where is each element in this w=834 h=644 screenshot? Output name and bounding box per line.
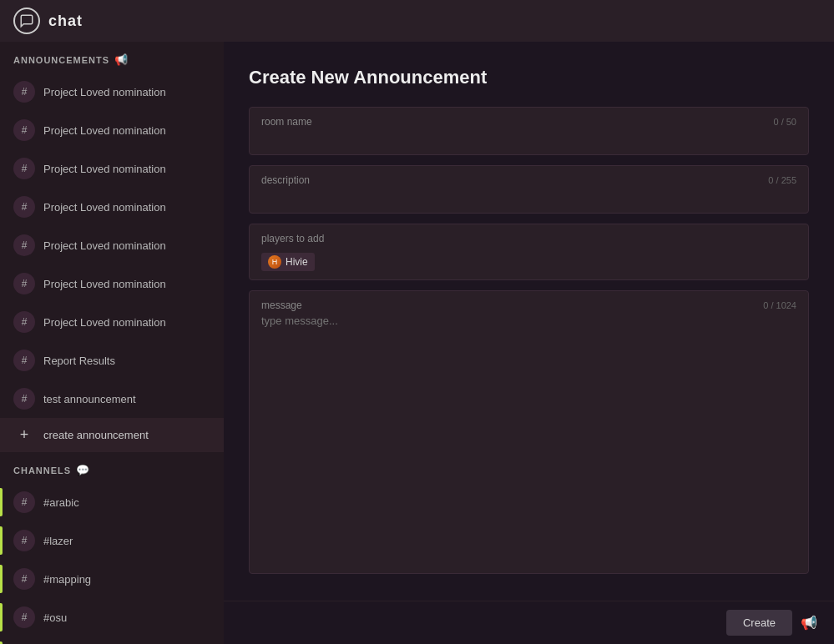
app-title: chat [48,13,83,30]
room-name-label: room name [261,116,312,128]
description-input[interactable] [261,191,796,204]
announcements-label: ANNOUNCEMENTS [13,55,109,65]
room-name-count: 0 / 50 [773,117,796,127]
channels-section-header: CHANNELS 💬 [0,452,224,483]
player-tag: H Hivie [261,253,315,271]
announcement-item[interactable]: # Project Loved nomination [0,73,224,111]
message-field: message 0 / 1024 [249,290,809,574]
channel-mapping[interactable]: # #mapping [0,560,224,598]
hash-icon: # [13,491,35,513]
chat-icon [13,8,40,34]
announcement-item[interactable]: # Project Loved nomination [0,149,224,188]
hash-icon: # [13,273,35,294]
room-name-field: room name 0 / 50 [249,107,809,155]
create-submit-button[interactable]: Create [726,610,792,636]
announcement-item[interactable]: # Project Loved nomination [0,226,224,264]
field-header: room name 0 / 50 [261,116,796,128]
announcement-label: test announcement [43,393,210,405]
channel-lazer[interactable]: # #lazer [0,521,224,560]
channel-label: #osu [43,611,67,624]
content-area: Create New Announcement room name 0 / 50… [224,42,834,644]
hash-icon: # [13,119,35,141]
channels-icon: 💬 [76,464,90,476]
hash-icon: # [13,606,35,628]
hash-icon: # [13,234,35,256]
announcement-label: Project Loved nomination [43,201,210,214]
channel-label: #lazer [43,535,73,547]
description-field: description 0 / 255 [249,165,809,214]
announcement-label: Project Loved nomination [43,278,210,290]
active-indicator [0,565,3,593]
player-avatar: H [268,255,281,269]
announcement-label: Project Loved nomination [43,86,210,98]
message-count: 0 / 1024 [763,300,796,310]
announcement-label: Report Results [43,355,210,367]
active-indicator [0,488,3,516]
hash-icon: # [13,350,35,371]
header: chat [0,0,834,42]
announcement-item[interactable]: # Project Loved nomination [0,303,224,341]
hash-icon: # [13,81,35,103]
field-header: description 0 / 255 [261,174,796,186]
hash-icon: # [13,388,35,410]
hash-icon: # [13,568,35,590]
create-announcement-label: create announcement [43,429,149,441]
content-footer: Create 📢 [224,601,834,644]
description-count: 0 / 255 [768,175,796,185]
announcement-item[interactable]: # Project Loved nomination [0,188,224,226]
channel-arabic[interactable]: # #arabic [0,483,224,521]
channel-taiko[interactable]: # #taiko [0,636,224,644]
active-indicator [0,603,3,631]
field-header: players to add [261,233,796,244]
main-layout: ANNOUNCEMENTS 📢 # Project Loved nominati… [0,42,834,644]
announcement-label: Project Loved nomination [43,124,210,137]
announcement-label: Project Loved nomination [43,163,210,175]
description-label: description [261,174,310,186]
announcement-item-test[interactable]: # test announcement [0,380,224,418]
field-header: message 0 / 1024 [261,299,796,311]
form-container: Create New Announcement room name 0 / 50… [224,42,834,601]
announcement-label: Project Loved nomination [43,316,210,329]
announcement-item[interactable]: # Project Loved nomination [0,264,224,303]
channel-label: #arabic [43,496,79,509]
players-field: players to add H Hivie [249,224,809,280]
hash-icon: # [13,158,35,179]
announcement-item-report[interactable]: # Report Results [0,341,224,380]
room-name-input[interactable] [261,133,796,145]
announcement-label: Project Loved nomination [43,239,210,252]
hash-icon: # [13,311,35,333]
create-announcement-button[interactable]: + create announcement [0,418,224,452]
announcements-icon: 📢 [114,53,129,66]
hash-icon: # [13,196,35,218]
sidebar: ANNOUNCEMENTS 📢 # Project Loved nominati… [0,42,224,644]
players-label: players to add [261,233,324,244]
active-indicator [0,526,3,555]
channel-osu[interactable]: # #osu [0,598,224,636]
channel-label: #mapping [43,573,91,586]
announcement-item[interactable]: # Project Loved nomination [0,111,224,149]
announcements-section-header: ANNOUNCEMENTS 📢 [0,42,224,73]
player-name: Hivie [286,256,308,268]
channels-label: CHANNELS [13,465,71,475]
page-title: Create New Announcement [249,67,809,88]
hash-icon: # [13,530,35,551]
plus-icon: + [13,426,35,444]
megaphone-icon: 📢 [801,615,817,631]
message-input[interactable] [261,314,796,565]
message-label: message [261,299,302,311]
